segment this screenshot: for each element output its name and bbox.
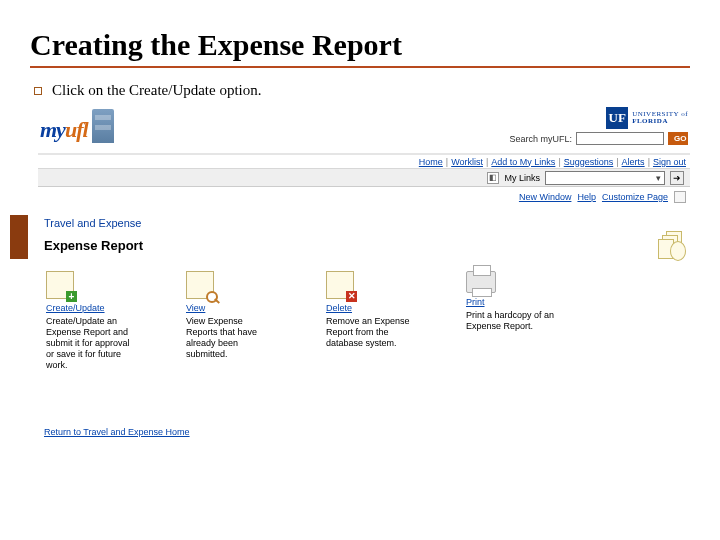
http-icon[interactable] bbox=[674, 191, 686, 203]
content-section: Travel and Expense Expense Report + Crea… bbox=[38, 207, 690, 381]
delete-desc: Remove an Expense Report from the databa… bbox=[326, 316, 416, 349]
uf-logo: UF UNIVERSITY of FLORIDA bbox=[509, 107, 688, 129]
search-go-button[interactable]: GO bbox=[668, 132, 688, 145]
view-icon bbox=[186, 271, 214, 299]
print-icon bbox=[466, 271, 496, 293]
bullet-row: Click on the Create/Update option. bbox=[34, 82, 690, 99]
view-desc: View Expense Reports that have already b… bbox=[186, 316, 276, 360]
create-update-desc: Create/Update an Expense Report and subm… bbox=[46, 316, 136, 371]
return-link[interactable]: Return to Travel and Expense Home bbox=[44, 427, 190, 437]
top-nav: Home| Worklist| Add to My Links| Suggest… bbox=[38, 153, 690, 169]
delete-link[interactable]: Delete bbox=[326, 303, 352, 314]
document-stack-icon bbox=[658, 231, 684, 259]
action-print: Print Print a hardcopy of an Expense Rep… bbox=[466, 271, 556, 371]
nav-suggestions[interactable]: Suggestions bbox=[564, 157, 614, 167]
util-customize-page[interactable]: Customize Page bbox=[602, 192, 668, 202]
nav-home[interactable]: Home bbox=[419, 157, 443, 167]
logo-my: my bbox=[40, 117, 65, 142]
app-screenshot: myufl UF UNIVERSITY of FLORIDA Search my… bbox=[38, 105, 690, 445]
delete-icon: ✕ bbox=[326, 271, 354, 299]
breadcrumb-marker-icon: ◧ bbox=[487, 172, 499, 184]
util-new-window[interactable]: New Window bbox=[519, 192, 572, 202]
action-view: View View Expense Reports that have alre… bbox=[186, 271, 276, 371]
nav-sign-out[interactable]: Sign out bbox=[653, 157, 686, 167]
action-grid: + Create/Update Create/Update an Expense… bbox=[44, 265, 684, 381]
print-desc: Print a hardcopy of an Expense Report. bbox=[466, 310, 556, 332]
slide-title: Creating the Expense Report bbox=[30, 28, 690, 62]
nav-alerts[interactable]: Alerts bbox=[622, 157, 645, 167]
breadcrumb-bar: ◧ My Links ➜ bbox=[38, 169, 690, 187]
section-title: Expense Report bbox=[44, 238, 143, 253]
action-create-update: + Create/Update Create/Update an Expense… bbox=[46, 271, 136, 371]
title-rule bbox=[30, 66, 690, 68]
myufl-logo: myufl bbox=[38, 105, 114, 143]
header-right: UF UNIVERSITY of FLORIDA Search myUFL: G… bbox=[509, 105, 690, 145]
search-input[interactable] bbox=[576, 132, 664, 145]
square-bullet-icon bbox=[34, 87, 42, 95]
nav-worklist[interactable]: Worklist bbox=[451, 157, 483, 167]
create-update-link[interactable]: Create/Update bbox=[46, 303, 105, 314]
create-update-icon: + bbox=[46, 271, 74, 299]
search-label: Search myUFL: bbox=[509, 134, 572, 144]
nav-add-to-my-links[interactable]: Add to My Links bbox=[491, 157, 555, 167]
view-link[interactable]: View bbox=[186, 303, 205, 314]
logo-text: myufl bbox=[40, 117, 88, 143]
print-link[interactable]: Print bbox=[466, 297, 485, 308]
bullet-text: Click on the Create/Update option. bbox=[52, 82, 262, 99]
section-breadcrumb: Travel and Expense bbox=[44, 217, 684, 229]
mylinks-label: My Links bbox=[504, 173, 540, 183]
uf-mark-icon: UF bbox=[606, 107, 628, 129]
century-tower-icon bbox=[92, 109, 114, 143]
logo-ufl: ufl bbox=[65, 117, 88, 142]
app-header: myufl UF UNIVERSITY of FLORIDA Search my… bbox=[38, 105, 690, 153]
slide-accent-stripe bbox=[10, 215, 28, 259]
mylinks-go-button[interactable]: ➜ bbox=[670, 171, 684, 185]
action-delete: ✕ Delete Remove an Expense Report from t… bbox=[326, 271, 416, 371]
section-title-row: Expense Report bbox=[44, 231, 684, 259]
search-row: Search myUFL: GO bbox=[509, 132, 688, 145]
util-help[interactable]: Help bbox=[577, 192, 596, 202]
mylinks-dropdown[interactable] bbox=[545, 171, 665, 185]
uf-line2: FLORIDA bbox=[632, 117, 668, 125]
utility-row: New Window Help Customize Page bbox=[38, 187, 690, 207]
uf-wordmark: UNIVERSITY of FLORIDA bbox=[632, 111, 688, 125]
